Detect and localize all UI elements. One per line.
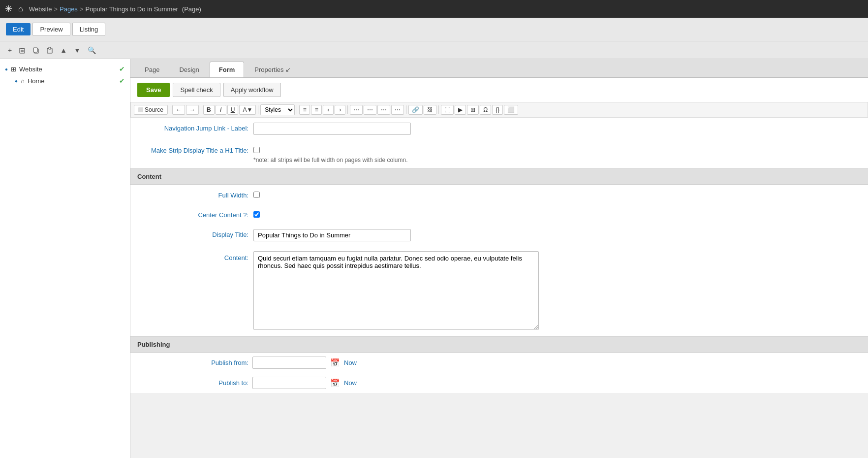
- media-button[interactable]: ▶: [455, 105, 466, 115]
- tab-form[interactable]: Form: [210, 62, 245, 77]
- tab-properties[interactable]: Properties ↙: [245, 62, 300, 77]
- breadcrumb: Website > Pages > Popular Things to Do i…: [29, 5, 201, 13]
- display-title-field: [253, 229, 858, 241]
- ul-button[interactable]: ≡: [311, 105, 322, 115]
- listing-button[interactable]: Listing: [72, 23, 106, 36]
- full-width-label: Full Width:: [140, 190, 248, 199]
- publishing-section-header: Publishing: [130, 336, 868, 353]
- undo-button[interactable]: ←: [172, 105, 185, 115]
- indent-more-button[interactable]: ›: [335, 105, 345, 115]
- align-left-button[interactable]: ⋯: [350, 105, 363, 115]
- underline-button[interactable]: U: [227, 105, 239, 115]
- delete-button[interactable]: [17, 46, 28, 55]
- display-title-input[interactable]: [253, 229, 411, 241]
- sidebar-home-label: Home: [28, 77, 116, 85]
- italic-button[interactable]: I: [216, 105, 226, 115]
- source-button[interactable]: Source: [134, 105, 168, 115]
- sep3: [258, 105, 258, 114]
- center-content-field: [253, 209, 858, 219]
- styles-select[interactable]: Styles: [260, 104, 295, 115]
- workflow-button[interactable]: Apply workflow: [223, 83, 281, 97]
- fullscreen-button[interactable]: ⬜: [504, 105, 518, 115]
- layout: ● ⊞ Website ✔ ● ⌂ Home ✔ Page Design For…: [0, 59, 868, 458]
- copy-button[interactable]: [31, 46, 41, 55]
- font-color-button[interactable]: A▼: [239, 105, 256, 115]
- publish-to-input[interactable]: [252, 377, 326, 389]
- image-button[interactable]: ⛶: [441, 105, 454, 115]
- main-content: Page Design Form Properties ↙ Save Spell…: [130, 59, 868, 458]
- calendar-to-icon[interactable]: 📅: [330, 378, 340, 388]
- sidebar: ● ⊞ Website ✔ ● ⌂ Home ✔: [0, 59, 130, 458]
- center-content-label: Center Content ?:: [140, 209, 248, 219]
- breadcrumb-sep1: >: [54, 5, 58, 13]
- full-width-row: Full Width:: [130, 185, 868, 204]
- content-label: Content:: [140, 251, 248, 262]
- unlink-button[interactable]: ⛓: [424, 105, 436, 115]
- h1-title-note: *note: all strips will be full width on …: [253, 157, 858, 164]
- publish-to-label: Publish to:: [140, 379, 248, 387]
- ol-button[interactable]: ≡: [299, 105, 310, 115]
- website-label[interactable]: Website: [29, 5, 52, 13]
- content-textarea[interactable]: Quid securi etiam tamquam eu fugiat null…: [253, 251, 539, 330]
- tab-page[interactable]: Page: [135, 62, 169, 77]
- svg-rect-6: [33, 48, 37, 52]
- bold-button[interactable]: B: [203, 105, 215, 115]
- current-page-label: Popular Things to Do in Summer: [85, 5, 178, 13]
- nav-jump-input[interactable]: [253, 123, 411, 135]
- preview-button[interactable]: Preview: [32, 23, 70, 36]
- redo-button[interactable]: →: [186, 105, 199, 115]
- home-icon[interactable]: ⌂: [18, 4, 23, 13]
- nav-jump-field: [253, 123, 858, 135]
- tabs-row: Page Design Form Properties ↙: [130, 59, 868, 78]
- h1-title-label: Make Strip Display Title a H1 Title:: [140, 145, 248, 154]
- sep4: [297, 105, 297, 114]
- page-type-label: (Page): [182, 5, 201, 13]
- sidebar-website-label: Website: [19, 65, 116, 73]
- special-char-button[interactable]: Ω: [480, 105, 491, 115]
- content-row: Content: Quid securi etiam tamquam eu fu…: [130, 246, 868, 336]
- publish-from-input[interactable]: [252, 357, 326, 369]
- calendar-from-icon[interactable]: 📅: [330, 358, 340, 367]
- center-content-checkbox[interactable]: [253, 211, 260, 218]
- move-up-button[interactable]: ▲: [58, 45, 69, 55]
- full-width-checkbox[interactable]: [253, 192, 260, 198]
- pages-link[interactable]: Pages: [60, 5, 78, 13]
- align-justify-button[interactable]: ⋯: [391, 105, 404, 115]
- home-nav-icon: ⌂: [21, 77, 25, 85]
- link-button[interactable]: 🔗: [408, 105, 423, 115]
- home-check-icon: ✔: [119, 77, 125, 85]
- svg-rect-8: [49, 47, 51, 49]
- move-down-button[interactable]: ▼: [72, 45, 83, 55]
- save-button[interactable]: Save: [137, 83, 170, 97]
- h1-title-row: Make Strip Display Title a H1 Title: *no…: [130, 140, 868, 168]
- source-code-button[interactable]: {}: [492, 105, 503, 115]
- align-center-button[interactable]: ⋯: [364, 105, 376, 115]
- paste-button[interactable]: [44, 46, 55, 55]
- spellcheck-button[interactable]: Spell check: [173, 83, 220, 97]
- action-bar: Save Spell check Apply workflow: [130, 78, 868, 102]
- add-button[interactable]: +: [6, 45, 14, 55]
- sep6: [406, 105, 406, 114]
- publish-from-row: Publish from: 📅 Now: [130, 353, 868, 373]
- breadcrumb-sep2: >: [80, 5, 84, 13]
- edit-button[interactable]: Edit: [6, 23, 31, 35]
- sep7: [438, 105, 439, 114]
- grid-icon: ⊞: [11, 65, 16, 73]
- indent-less-button[interactable]: ‹: [323, 105, 334, 115]
- h1-title-checkbox[interactable]: [253, 147, 260, 153]
- sep5: [347, 105, 348, 114]
- tab-design[interactable]: Design: [170, 62, 208, 77]
- sidebar-item-home[interactable]: ● ⌂ Home ✔: [0, 75, 130, 87]
- sep2: [201, 105, 201, 114]
- now-to-link[interactable]: Now: [344, 379, 357, 387]
- content-section-header: Content: [130, 168, 868, 185]
- content-field: Quid securi etiam tamquam eu fugiat null…: [253, 251, 858, 331]
- center-content-row: Center Content ?:: [130, 204, 868, 224]
- search-button[interactable]: 🔍: [86, 45, 98, 55]
- now-from-link[interactable]: Now: [344, 359, 357, 366]
- website-check-icon: ✔: [119, 65, 125, 73]
- sidebar-item-website[interactable]: ● ⊞ Website ✔: [0, 63, 130, 75]
- table-button[interactable]: ⊞: [467, 105, 479, 115]
- align-right-button[interactable]: ⋯: [377, 105, 390, 115]
- svg-rect-9: [138, 107, 143, 112]
